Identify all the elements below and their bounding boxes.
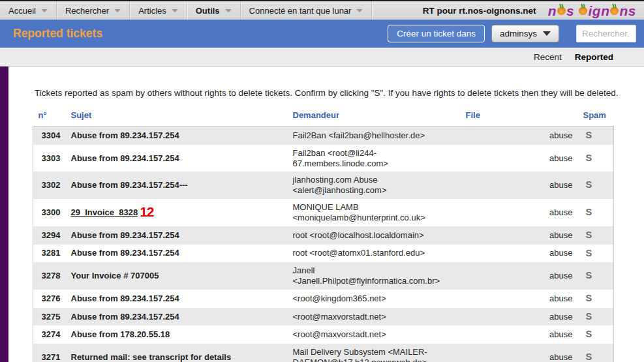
page-header-bar: Reported tickets Créer un ticket dans ad…: [0, 20, 644, 48]
ticket-row: 3276Abuse from 89.234.157.254<root@kingd…: [33, 290, 614, 308]
spam-cell: S: [578, 290, 614, 308]
ticket-subject-link[interactable]: Abuse from 89.234.157.254---: [66, 172, 288, 199]
logo-letter: s: [628, 4, 636, 18]
ticket-requestor: MONIQUE LAMB <moniquelamb@hunterprint.co…: [288, 199, 461, 226]
ticket-subject-text: Abuse from 89.234.157.254: [71, 312, 179, 322]
tab-recent[interactable]: Recent: [534, 52, 562, 62]
ticket-row: 3304Abuse from 89.234.157.254Fail2Ban <f…: [33, 127, 614, 145]
column-header-requestor: Demandeur: [288, 106, 461, 127]
chevron-down-icon: [356, 9, 363, 12]
spam-confirm-link[interactable]: S: [586, 153, 592, 163]
search-input[interactable]: [576, 25, 636, 42]
red-annotation: 12: [140, 204, 153, 219]
ticket-row: 3302Abuse from 89.234.157.254---jlanhost…: [33, 172, 614, 199]
ticket-subject-text: Abuse from 89.234.157.254---: [71, 180, 188, 190]
spam-confirm-link[interactable]: S: [586, 293, 592, 303]
ticket-number: 3304: [33, 127, 66, 145]
ticket-number: 3303: [33, 145, 66, 172]
ticket-requestor: Janell <Janell.Philpot@flyinformatica.co…: [288, 262, 461, 290]
table-header-row: n° Sujet Demandeur File Spam: [33, 106, 614, 127]
ticket-requestor: <root@kingdom365.net>: [288, 290, 461, 308]
spam-description-text: Tickets reported as spam by others witho…: [0, 67, 644, 98]
spam-confirm-link[interactable]: S: [586, 311, 592, 322]
ticket-subject-text: Abuse from 89.234.157.254: [71, 248, 179, 258]
logo-letter: [574, 4, 578, 18]
ticket-row: 3274Abuse from 178.20.55.18<root@maxvors…: [33, 325, 614, 344]
ticket-queue: abuse: [461, 145, 578, 172]
ticket-subject-link[interactable]: Abuse from 89.234.157.254: [66, 245, 288, 263]
chevron-down-icon: [172, 9, 178, 12]
spam-confirm-link[interactable]: S: [586, 248, 592, 258]
spam-confirm-link[interactable]: S: [586, 130, 592, 140]
ticket-queue: abuse: [461, 245, 578, 263]
queue-select-label: adminsys: [500, 29, 537, 38]
rt-instance-label: RT pour rt.nos-oignons.net: [423, 6, 536, 16]
ticket-subject-link[interactable]: Abuse from 89.234.157.254: [66, 290, 288, 308]
create-ticket-button[interactable]: Créer un ticket dans: [388, 25, 485, 42]
menu-item-articles[interactable]: Articles: [130, 1, 187, 20]
spam-cell: S: [578, 308, 614, 326]
queue-select-button[interactable]: adminsys: [491, 25, 559, 42]
menu-item-logged-in-user[interactable]: Connecté en tant que lunar: [241, 1, 373, 20]
ticket-requestor: jlanhosting.com Abuse <alert@jlanhosting…: [288, 172, 461, 199]
ticket-number: 3275: [33, 308, 66, 326]
ticket-number: 3302: [33, 172, 66, 199]
header-actions: Créer un ticket dans adminsys: [388, 25, 637, 42]
menu-item-rechercher[interactable]: Rechercher: [57, 1, 130, 20]
ticket-queue: abuse: [461, 199, 578, 226]
ticket-row: 3271Returned mail: see transcript for de…: [33, 344, 614, 362]
ticket-requestor: Fail2ban <root@li244-67.members.linode.c…: [288, 145, 461, 172]
column-header-file: File: [461, 106, 578, 127]
chevron-down-icon: [41, 9, 48, 12]
ticket-number: 3274: [33, 325, 66, 344]
tab-reported[interactable]: Reported: [575, 52, 613, 62]
ticket-number: 3294: [33, 226, 66, 245]
logo-letter: s: [566, 4, 574, 18]
onion-icon: [579, 7, 587, 15]
ticket-subject-link[interactable]: Your Invoice # 707005: [66, 262, 288, 290]
reported-tickets-table: n° Sujet Demandeur File Spam 3304Abuse f…: [33, 106, 614, 362]
spam-confirm-link[interactable]: S: [586, 352, 592, 362]
ticket-number: 3278: [33, 262, 66, 290]
menu-item-label: Accueil: [8, 6, 36, 16]
spam-cell: S: [578, 344, 614, 362]
ticket-subject-link[interactable]: Abuse from 89.234.157.254: [66, 145, 288, 172]
ticket-number: 3276: [33, 290, 66, 308]
onion-icon: [610, 7, 619, 15]
spam-confirm-link[interactable]: S: [586, 329, 592, 339]
menu-item-outils[interactable]: Outils: [187, 1, 241, 20]
ticket-subject-link[interactable]: Returned mail: see transcript for detail…: [66, 344, 288, 362]
spam-confirm-link[interactable]: S: [586, 179, 592, 190]
ticket-row: 3303Abuse from 89.234.157.254Fail2ban <r…: [33, 145, 614, 172]
onion-icon: [557, 7, 566, 15]
view-tabs: Recent Reported: [0, 48, 644, 67]
ticket-requestor: <root@maxvorstadt.net>: [288, 308, 461, 326]
left-purple-bar: [0, 67, 8, 362]
chevron-down-icon: [225, 9, 232, 12]
spam-confirm-link[interactable]: S: [586, 270, 592, 280]
ticket-requestor: <root@maxvorstadt.net>: [288, 325, 461, 344]
ticket-subject-text: Returned mail: see transcript for detail…: [71, 352, 232, 362]
ticket-requestor: Fail2Ban <fail2ban@hellhoster.de>: [288, 127, 461, 145]
main-menu-bar: Accueil Rechercher Articles Outils Conne…: [0, 1, 644, 20]
rt-reported-tickets-page: Accueil Rechercher Articles Outils Conne…: [0, 0, 644, 362]
ticket-subject-link[interactable]: 29_Invoice_832812: [66, 199, 288, 226]
ticket-subject-link[interactable]: Abuse from 89.234.157.254: [66, 308, 288, 326]
ticket-subject-link[interactable]: Abuse from 89.234.157.254: [66, 226, 288, 245]
spam-cell: S: [578, 145, 614, 172]
spam-confirm-link[interactable]: S: [586, 207, 592, 217]
spam-cell: S: [578, 172, 614, 199]
ticket-subject-link[interactable]: Abuse from 178.20.55.18: [66, 325, 288, 344]
ticket-number: 3281: [33, 245, 66, 263]
table-header: n° Sujet Demandeur File Spam: [33, 106, 614, 127]
menu-item-label: Outils: [196, 6, 220, 16]
ticket-number: 3271: [33, 344, 66, 362]
menu-item-accueil[interactable]: Accueil: [0, 1, 57, 20]
ticket-queue: abuse: [461, 344, 578, 362]
ticket-queue: abuse: [461, 172, 578, 199]
logo-letter: n: [601, 4, 609, 18]
spam-confirm-link[interactable]: S: [586, 230, 592, 240]
ticket-subject-link[interactable]: Abuse from 89.234.157.254: [66, 127, 288, 145]
page-title: Reported tickets: [13, 27, 102, 40]
spam-cell: S: [578, 226, 614, 245]
